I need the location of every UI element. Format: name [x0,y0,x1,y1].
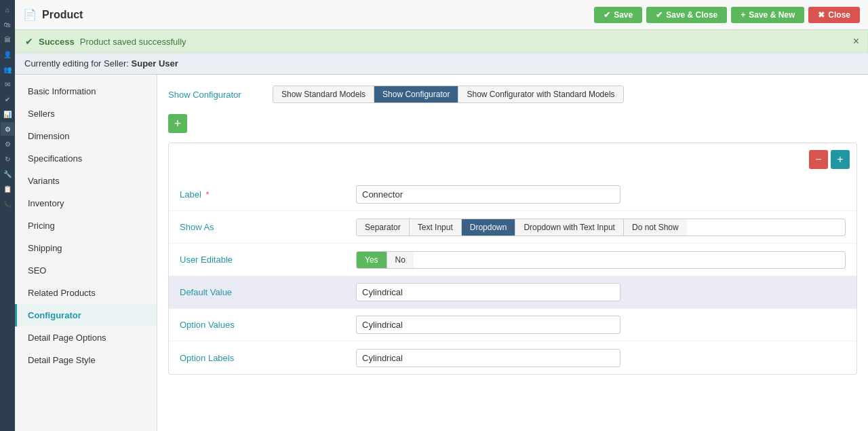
default-value-input[interactable] [356,283,620,301]
card-actions: − + [809,150,850,169]
label-field-label: Label * [180,189,356,200]
sidebar-check-icon[interactable]: ✔ [1,92,14,106]
sidebar-mail-icon[interactable]: ✉ [1,77,14,91]
add-configurator-button[interactable]: + [168,114,187,133]
seller-bar: Currently editing for Seller: Super User [15,53,868,75]
banner-close-icon[interactable]: × [853,35,859,48]
page-title: Product [42,9,83,21]
sidebar-phone-icon[interactable]: 📞 [1,197,14,210]
save-new-button[interactable]: + Save & New [731,7,804,23]
label-field-value [356,185,846,204]
user-editable-row: User Editable Yes No [169,244,856,276]
sidebar-chart-icon[interactable]: 📊 [1,107,14,121]
nav-detail-page-options[interactable]: Detail Page Options [15,326,157,349]
content-area: Basic Information Sellers Dimension Spec… [15,75,868,431]
show-configurator-row: Show Configurator Show Standard Models S… [168,86,857,103]
option-values-input[interactable] [356,316,620,334]
save-close-button[interactable]: ✔ Save & Close [646,7,727,23]
toggle-show-configurator[interactable]: Show Configurator [374,86,458,102]
show-as-dropdown-text[interactable]: Dropdown with Text Input [515,219,624,236]
user-editable-yes[interactable]: Yes [357,252,387,268]
sidebar-home-icon[interactable]: ⌂ [1,3,14,16]
show-as-toggle-group: Separator Text Input Dropdown Dropdown w… [356,219,846,236]
close-icon: ✖ [818,10,825,20]
view-toggle-group: Show Standard Models Show Configurator S… [273,86,624,103]
show-as-text-input[interactable]: Text Input [410,219,462,236]
nav-variants[interactable]: Variants [15,170,157,192]
sidebar-user-icon[interactable]: 👤 [1,48,14,61]
success-message: Product saved successfully [80,37,186,47]
seller-name: Super User [132,58,178,69]
save-button[interactable]: ✔ Save [594,7,642,23]
sidebar-doc-icon[interactable]: 📋 [1,182,14,195]
user-editable-no[interactable]: No [387,252,414,268]
nav-detail-page-style[interactable]: Detail Page Style [15,349,157,371]
show-as-row: Show As Separator Text Input Dropdown Dr… [169,211,856,244]
nav-pricing[interactable]: Pricing [15,214,157,237]
configurator-card: − + Label * [168,143,857,375]
save-new-icon: + [741,10,745,20]
nav-specifications[interactable]: Specifications [15,147,157,170]
top-header: 📄 Product ✔ Save ✔ Save & Close + Save &… [15,0,868,30]
show-as-dropdown[interactable]: Dropdown [462,219,516,236]
label-input[interactable] [356,185,620,204]
page-icon: 📄 [23,8,37,21]
sidebar-refresh-icon[interactable]: ↻ [1,152,14,166]
icon-sidebar: ⌂ 🛍 🏛 👤 👥 ✉ ✔ 📊 ⚙ ⚙ ↻ 🔧 📋 📞 [0,0,15,431]
toggle-show-configurator-standard[interactable]: Show Configurator with Standard Models [458,86,623,102]
save-icon: ✔ [604,10,610,20]
option-labels-value [356,349,846,367]
add-card-button[interactable]: + [831,150,850,169]
nav-configurator[interactable]: Configurator [15,304,157,326]
title-area: 📄 Product [23,8,83,21]
required-marker: * [205,189,209,200]
nav-seo[interactable]: SEO [15,259,157,282]
success-label: Success [39,37,75,47]
nav-inventory[interactable]: Inventory [15,192,157,214]
left-nav: Basic Information Sellers Dimension Spec… [15,75,157,431]
default-value-row: Default Value [169,276,856,309]
nav-related-products[interactable]: Related Products [15,282,157,304]
user-editable-label: User Editable [180,255,356,265]
seller-bar-prefix: Currently editing for Seller: [24,58,129,69]
default-value-label: Default Value [180,287,356,297]
show-as-separator[interactable]: Separator [357,219,410,236]
plus-icon: + [837,153,843,166]
close-button[interactable]: ✖ Close [808,7,860,23]
remove-card-button[interactable]: − [809,150,828,169]
toggle-show-standard-models[interactable]: Show Standard Models [273,86,374,102]
header-btn-group: ✔ Save ✔ Save & Close + Save & New ✖ Clo… [594,7,860,23]
option-values-label: Option Values [180,320,356,330]
sidebar-wrench-icon[interactable]: 🔧 [1,167,14,181]
option-labels-label: Option Labels [180,353,356,363]
user-editable-value: Yes No [356,251,846,269]
sidebar-bank-icon[interactable]: 🏛 [1,33,14,46]
save-close-icon: ✔ [656,10,663,20]
nav-dimension[interactable]: Dimension [15,125,157,147]
success-check-icon: ✔ [25,36,33,47]
sidebar-gear-icon[interactable]: ⚙ [1,122,14,136]
sidebar-users-icon[interactable]: 👥 [1,62,14,76]
right-content: Show Configurator Show Standard Models S… [157,75,868,431]
user-editable-toggle-group: Yes No [356,251,846,269]
show-as-do-not-show[interactable]: Do not Show [624,219,687,236]
label-row: Label * [169,179,856,211]
option-values-value [356,316,846,334]
default-value-value [356,283,846,301]
show-as-label: Show As [180,222,356,232]
sidebar-settings-icon[interactable]: ⚙ [1,137,14,151]
option-labels-row: Option Labels [169,341,856,374]
main-wrap: 📄 Product ✔ Save ✔ Save & Close + Save &… [15,0,868,431]
nav-shipping[interactable]: Shipping [15,237,157,259]
option-labels-input[interactable] [356,349,620,367]
nav-sellers[interactable]: Sellers [15,102,157,125]
minus-icon: − [815,153,821,166]
show-configurator-label: Show Configurator [168,90,263,100]
sidebar-shop-icon[interactable]: 🛍 [1,18,14,31]
show-as-value: Separator Text Input Dropdown Dropdown w… [356,219,846,236]
success-banner: ✔ Success Product saved successfully × [15,30,868,53]
option-values-row: Option Values [169,309,856,341]
nav-basic-information[interactable]: Basic Information [15,80,157,102]
